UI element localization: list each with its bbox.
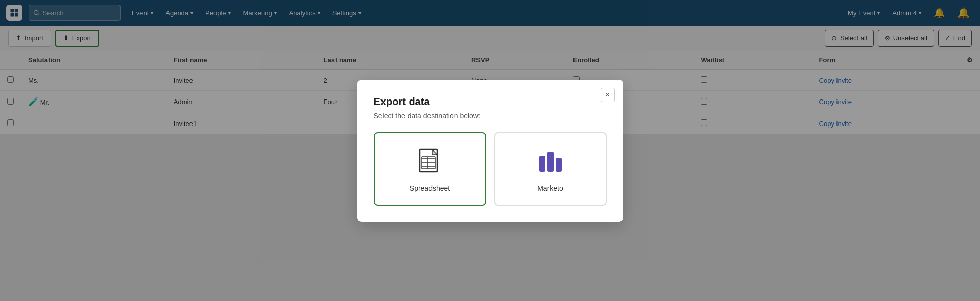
modal-title: Export data — [374, 96, 607, 108]
close-icon: × — [605, 90, 610, 99]
export-option-spreadsheet[interactable]: Spreadsheet — [374, 132, 486, 135]
modal-subtitle: Select the data destination below: — [374, 112, 607, 120]
export-modal: Export data × Select the data destinatio… — [357, 80, 623, 135]
export-option-marketo[interactable]: Marketo — [494, 132, 607, 135]
export-options: Spreadsheet Marketo — [374, 132, 607, 135]
modal-overlay[interactable]: Export data × Select the data destinatio… — [0, 0, 980, 134]
modal-close-button[interactable]: × — [601, 88, 615, 102]
